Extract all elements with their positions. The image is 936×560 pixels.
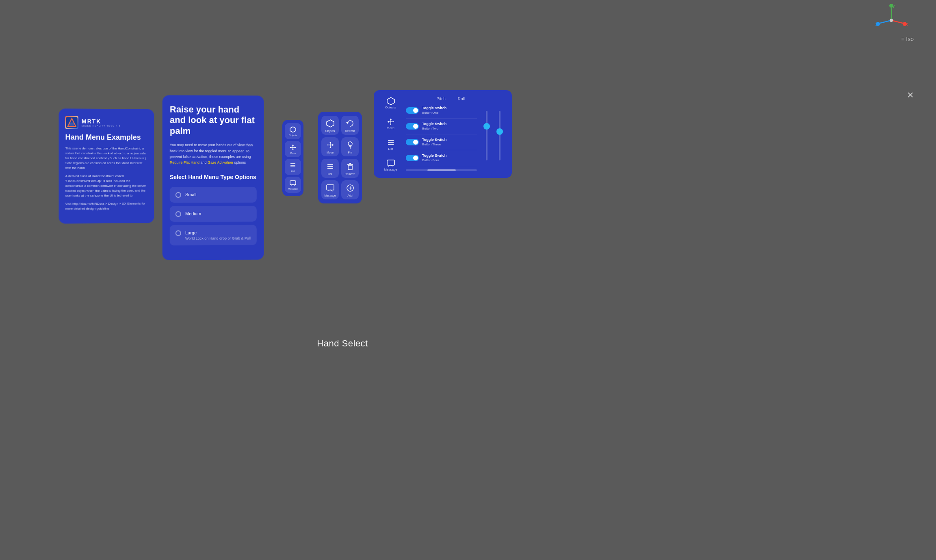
logo-area: MRTK MIXED REALITY TOOL KIT — [65, 116, 148, 129]
svg-marker-50 — [393, 121, 394, 123]
scrollbar-thumb — [427, 169, 456, 171]
toggle-text-4: Toggle Switch Button Four — [422, 154, 446, 162]
svg-text:z: z — [875, 22, 878, 26]
radio-small[interactable] — [176, 192, 181, 198]
gizmo-widget: y x z — [871, 4, 912, 37]
svg-marker-18 — [290, 147, 291, 148]
svg-point-56 — [483, 123, 490, 130]
toggle-switch-3[interactable] — [406, 139, 419, 145]
scene: y x z ≡ Iso × Hand Select — [0, 0, 936, 560]
raise-panel-title: Raise your hand and look at your flat pa… — [170, 104, 257, 137]
roll-slider-container — [496, 109, 503, 162]
svg-marker-19 — [295, 147, 296, 148]
panel-medium-menu: Objects Refresh Move — [318, 112, 362, 203]
toggle-row-1: Toggle Switch Button One — [406, 103, 477, 119]
option-large-label: Large World Lock on Hand drop or Grab & … — [185, 229, 251, 240]
svg-point-9 — [890, 19, 893, 22]
sliders-section — [480, 97, 506, 171]
option-medium[interactable]: Medium — [170, 206, 257, 222]
medium-remove[interactable]: Remove — [341, 159, 359, 178]
close-button[interactable]: × — [907, 89, 914, 101]
svg-text:y: y — [893, 4, 895, 8]
large-move-btn[interactable]: Move — [386, 117, 395, 130]
medium-list[interactable]: List — [321, 159, 339, 178]
toggle-text-3: Toggle Switch Button Three — [422, 138, 446, 147]
small-menu-move[interactable]: Move — [285, 141, 301, 157]
option-small[interactable]: Small — [170, 187, 257, 203]
medium-refresh[interactable]: Refresh — [341, 116, 359, 135]
radio-large[interactable] — [176, 230, 181, 236]
hand-select-label: Hand Select — [266, 338, 419, 349]
select-options-title: Select Hand Menu Type Options — [170, 174, 257, 180]
toggle-text-2: Toggle Switch Button Two — [422, 122, 446, 131]
toggle-row-2: Toggle Switch Button Two — [406, 119, 477, 134]
svg-marker-29 — [327, 144, 328, 146]
medium-pin[interactable]: Pin — [341, 137, 359, 156]
toggle-text-1: Toggle Switch Button One — [422, 106, 446, 115]
svg-point-58 — [496, 128, 503, 135]
hamburger-icon: ≡ — [901, 36, 904, 42]
svg-marker-27 — [329, 142, 331, 143]
svg-marker-48 — [390, 124, 392, 125]
toggle-switch-2[interactable] — [406, 123, 419, 130]
info-paragraph-1: This scene demonstrates use of the HandC… — [65, 146, 148, 170]
svg-text:x: x — [906, 22, 908, 26]
svg-rect-37 — [348, 165, 352, 170]
toggle-switch-4[interactable] — [406, 155, 419, 161]
toggle-row-3: Toggle Switch Button Three — [406, 134, 477, 150]
medium-move[interactable]: Move — [321, 137, 339, 156]
svg-line-6 — [878, 20, 891, 24]
svg-marker-16 — [292, 145, 294, 146]
pitch-slider[interactable] — [483, 109, 490, 162]
svg-marker-13 — [290, 127, 296, 132]
logo-brand: MRTK — [82, 118, 121, 125]
medium-objects[interactable]: Objects — [321, 116, 339, 135]
svg-marker-49 — [388, 121, 389, 123]
roll-slider[interactable] — [496, 109, 503, 162]
logo-subtitle: MIXED REALITY TOOL KIT — [82, 125, 121, 127]
highlight-require-flat: Require Flat Hand — [170, 160, 199, 164]
pitch-slider-container — [483, 109, 490, 162]
option-small-label: Small — [185, 192, 197, 197]
info-panel-title: Hand Menu Examples — [65, 133, 148, 142]
svg-point-32 — [348, 142, 352, 146]
medium-message[interactable]: Message — [321, 180, 339, 199]
option-large[interactable]: Large World Lock on Hand drop or Grab & … — [170, 225, 257, 245]
medium-grid: Objects Refresh Move — [321, 116, 359, 199]
toggle-info-2: Toggle Switch Button Two — [406, 122, 446, 131]
svg-marker-24 — [327, 120, 334, 127]
info-paragraph-2: A derived class of HandConstraint called… — [65, 174, 148, 198]
pitch-roll-header: Pitch Roll — [406, 97, 477, 101]
panel-small-menu: Objects Move List — [282, 120, 303, 196]
svg-marker-47 — [390, 119, 392, 120]
large-list-btn[interactable]: List — [386, 138, 395, 151]
svg-marker-44 — [387, 97, 394, 105]
toggle-info-1: Toggle Switch Button One — [406, 106, 446, 115]
svg-rect-54 — [387, 160, 394, 165]
toggle-switch-1[interactable] — [406, 107, 419, 114]
large-objects-btn[interactable]: Objects — [385, 97, 396, 109]
small-menu-message[interactable]: Message — [285, 177, 301, 193]
svg-marker-17 — [292, 149, 294, 150]
toggle-info-4: Toggle Switch Button Four — [406, 154, 446, 162]
svg-rect-55 — [486, 111, 488, 160]
small-menu-objects[interactable]: Objects — [285, 123, 301, 139]
medium-add[interactable]: Add — [341, 180, 359, 199]
svg-rect-12 — [69, 123, 74, 126]
large-message-btn[interactable]: Message — [384, 159, 397, 171]
bottom-scrollbar[interactable] — [406, 169, 477, 171]
panel-raise: Raise your hand and look at your flat pa… — [162, 95, 264, 260]
small-menu-list[interactable]: List — [285, 159, 301, 175]
toggle-row-4: Toggle Switch Button Four — [406, 150, 477, 166]
radio-medium[interactable] — [176, 211, 181, 217]
mrtk-logo — [65, 116, 78, 129]
toggles-section: Pitch Roll Toggle Switch Button One — [406, 97, 477, 171]
iso-label: ≡ Iso — [901, 36, 914, 42]
large-side-icons: Objects Move — [379, 97, 402, 171]
raise-panel-body: You may need to move your hands out of v… — [170, 142, 257, 166]
logo-text-area: MRTK MIXED REALITY TOOL KIT — [82, 118, 121, 127]
svg-marker-30 — [332, 144, 334, 146]
info-paragraph-3: Visit http://aka.ms/MRDocs > Design > UX… — [65, 201, 148, 211]
svg-marker-28 — [329, 147, 331, 148]
toggle-info-3: Toggle Switch Button Three — [406, 138, 446, 147]
